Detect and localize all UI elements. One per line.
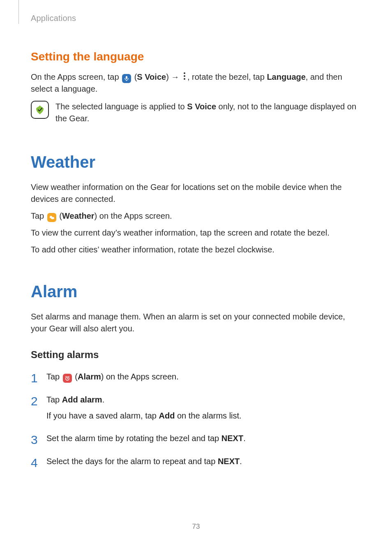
step-text: Set the alarm time by rotating the bezel… <box>46 432 361 444</box>
header-rule <box>18 0 19 24</box>
step-1: Tap (Alarm) on the Apps screen. <box>31 371 361 383</box>
svoice-label: S Voice <box>137 72 166 81</box>
svg-line-8 <box>69 377 69 377</box>
text: . <box>243 434 246 443</box>
text: Select the days for the alarm to repeat … <box>46 457 218 466</box>
step-4: Select the days for the alarm to repeat … <box>31 456 361 468</box>
note-text: The selected language is applied to S Vo… <box>55 101 361 125</box>
text: On the Apps screen, tap <box>31 72 121 81</box>
paragraph-weather-1: View weather information on the Gear for… <box>31 181 361 205</box>
svoice-label: S Voice <box>187 102 216 111</box>
step-text: Tap (Alarm) on the Apps screen. <box>46 371 361 383</box>
text: ) <box>166 72 171 81</box>
text: Tap <box>46 372 62 381</box>
paragraph-weather-3: To view the current day’s weather inform… <box>31 227 361 239</box>
heading-setting-alarms: Setting alarms <box>31 348 361 362</box>
more-options-icon <box>182 72 187 81</box>
section-weather: Weather View weather information on the … <box>31 150 361 256</box>
text: . <box>102 395 105 404</box>
note-icon <box>31 101 49 119</box>
text: on the alarms list. <box>175 411 241 420</box>
step-subtext: If you have a saved alarm, tap Add on th… <box>46 410 361 422</box>
svg-point-3 <box>51 217 54 219</box>
text: Set the alarm time by rotating the bezel… <box>46 434 221 443</box>
section-alarm: Alarm Set alarms and manage them. When a… <box>31 280 361 468</box>
text: ) on the Apps screen. <box>101 372 179 381</box>
heading-alarm: Alarm <box>31 280 361 303</box>
note-block: The selected language is applied to S Vo… <box>31 101 361 130</box>
step-3: Set the alarm time by rotating the bezel… <box>31 432 361 445</box>
page: Applications Setting the language On the… <box>0 0 392 555</box>
add-alarm-label: Add alarm <box>62 395 102 404</box>
alarm-icon <box>63 374 72 383</box>
heading-setting-language: Setting the language <box>31 49 361 65</box>
step-2: Tap Add alarm. If you have a saved alarm… <box>31 394 361 422</box>
text: , rotate the bezel, tap <box>187 72 267 81</box>
text: If you have a saved alarm, tap <box>46 411 159 420</box>
text: Tap <box>46 395 62 404</box>
svg-line-6 <box>67 379 68 379</box>
text: Tap <box>31 211 46 220</box>
weather-label: Weather <box>62 211 95 220</box>
alarm-label: Alarm <box>78 372 101 381</box>
paragraph-language-1: On the Apps screen, tap (S Voice) → , ro… <box>31 71 361 95</box>
add-label: Add <box>159 411 175 420</box>
svg-rect-0 <box>126 76 127 79</box>
heading-weather: Weather <box>31 150 361 174</box>
text: ( <box>132 72 137 81</box>
page-number: 73 <box>0 522 392 532</box>
language-label: Language <box>267 72 305 81</box>
paragraph-weather-2: Tap (Weather) on the Apps screen. <box>31 210 361 222</box>
step-text: Select the days for the alarm to repeat … <box>46 456 361 467</box>
text: ( <box>57 211 62 220</box>
section-setting-language: Setting the language On the Apps screen,… <box>31 49 361 130</box>
breadcrumb: Applications <box>31 14 76 23</box>
next-label: NEXT <box>218 457 240 466</box>
text: . <box>240 457 242 466</box>
paragraph-weather-4: To add other cities’ weather information… <box>31 244 361 256</box>
steps-list: Tap (Alarm) on the Apps screen. Tap Add … <box>31 371 361 468</box>
arrow-icon: → <box>171 72 179 81</box>
weather-icon <box>47 213 56 222</box>
text: ) on the Apps screen. <box>95 211 172 220</box>
page-header: Applications <box>31 12 361 24</box>
paragraph-alarm-intro: Set alarms and manage them. When an alar… <box>31 311 361 335</box>
svg-line-7 <box>65 377 66 377</box>
step-text: Tap Add alarm. <box>46 394 361 406</box>
text: ( <box>73 372 78 381</box>
svoice-icon <box>122 74 131 83</box>
next-label: NEXT <box>221 434 243 443</box>
text: The selected language is applied to <box>55 102 187 111</box>
